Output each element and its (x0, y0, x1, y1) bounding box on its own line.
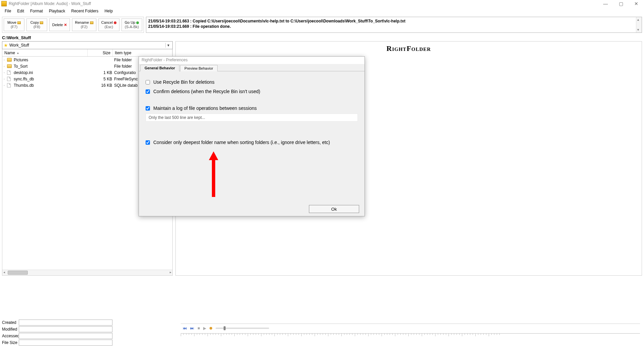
col-type[interactable]: Item type (113, 49, 172, 56)
checkbox-confirm-deletions[interactable] (146, 89, 150, 94)
preferences-dialog: RightFolder - Preferences General Behavi… (139, 56, 365, 216)
move-button[interactable]: Move (F7) (4, 18, 24, 31)
next-track-button[interactable]: ⏭ (190, 326, 194, 331)
accessed-field[interactable] (19, 333, 112, 339)
volume-icon (210, 327, 212, 330)
folder-icon (90, 21, 93, 24)
horizontal-scrollbar[interactable] (2, 270, 172, 275)
up-icon (136, 21, 139, 24)
menu-bar: File Edit Format Playback Recent Folders… (0, 7, 644, 15)
checkbox-maintain-log[interactable] (146, 106, 150, 111)
created-label: Created (2, 320, 19, 325)
timeline-ruler[interactable] (181, 333, 640, 338)
goup-button[interactable]: Go Up (S-A-Bk) (122, 18, 142, 31)
folder-combo[interactable]: ★ Work_Stuff ▾ (2, 41, 173, 49)
folder-icon (7, 58, 12, 62)
maximize-button[interactable]: ▢ (613, 0, 629, 7)
tab-general-behavior[interactable]: General Behavior (140, 65, 179, 71)
menu-format[interactable]: Format (27, 8, 46, 14)
brand-label: RightFolder (387, 44, 431, 53)
folder-icon (40, 21, 43, 24)
toolbar: Move (F7) Copy (F8) Delete✕ Rename (F2) … (2, 17, 144, 33)
column-headers: Name▲ Size Item type (2, 49, 173, 57)
folder-icon (7, 64, 12, 68)
tab-preview-behavior[interactable]: Preview Behavior (180, 65, 218, 71)
col-size[interactable]: Size (88, 49, 113, 56)
file-icon (7, 83, 11, 87)
expand-icon: ▫ (4, 77, 7, 81)
modified-field[interactable] (19, 326, 112, 332)
expand-icon: ▫ (4, 65, 7, 68)
log-line: 21/05/14-19:03:21.669 : File operation d… (148, 24, 640, 29)
modified-label: Modified (2, 327, 19, 332)
minimize-button[interactable]: — (598, 0, 613, 7)
prev-track-button[interactable]: ⏮ (183, 326, 187, 331)
created-field[interactable] (19, 320, 112, 326)
current-path: C:\Work_Stuff (0, 34, 644, 41)
app-icon (1, 1, 7, 6)
volume-slider[interactable] (216, 328, 269, 329)
cancel-button[interactable]: Cancel (Esc) (98, 18, 119, 31)
star-icon: ★ (4, 43, 8, 48)
accessed-label: Accessed (2, 334, 19, 338)
checkbox-recycle-bin[interactable] (146, 80, 150, 84)
label-deepest-folder: Consider only deepest folder name when s… (153, 140, 330, 145)
title-bar: RightFolder [Album Mode: Audio] - Work_S… (0, 0, 644, 7)
expand-icon: ▫ (4, 58, 7, 62)
label-confirm-deletions: Confirm deletions (when the Recycle Bin … (153, 89, 260, 94)
chevron-down-icon[interactable]: ▾ (165, 43, 171, 48)
label-maintain-log: Maintain a log of file operations betwee… (153, 106, 257, 111)
log-line: 21/05/14-19:03:21.663 : Copied C:\Users\… (148, 18, 640, 24)
checkbox-deepest-folder[interactable] (146, 140, 150, 145)
stop-button[interactable]: ■ (197, 326, 200, 331)
rename-button[interactable]: Rename (F2) (72, 18, 96, 31)
play-button[interactable]: ▶ (203, 326, 206, 331)
file-icon (7, 70, 11, 75)
log-limit-note: Only the last 500 line are kept... (146, 114, 358, 122)
folder-icon (17, 21, 21, 24)
log-scrollbar[interactable] (636, 17, 642, 32)
x-icon: ✕ (64, 23, 67, 27)
copy-button[interactable]: Copy (F8) (26, 18, 47, 31)
delete-button[interactable]: Delete✕ (49, 18, 70, 31)
dialog-title: RightFolder - Preferences (139, 57, 365, 64)
log-panel: 21/05/14-19:03:21.663 : Copied C:\Users\… (146, 17, 642, 33)
label-recycle-bin: Use Recycle Bin for deletions (153, 79, 215, 85)
file-icon (7, 77, 11, 81)
expand-icon: ▫ (4, 71, 7, 74)
filesize-field[interactable] (19, 340, 112, 346)
ok-button[interactable]: Ok (309, 205, 359, 213)
menu-file[interactable]: File (2, 8, 14, 14)
col-name[interactable]: Name▲ (2, 49, 88, 56)
sort-asc-icon: ▲ (16, 51, 19, 55)
expand-icon: ▫ (4, 84, 7, 87)
menu-playback[interactable]: Playback (46, 8, 68, 14)
media-bar: ⏮ ⏭ ■ ▶ (181, 324, 640, 340)
menu-edit[interactable]: Edit (14, 8, 27, 14)
menu-recent-folders[interactable]: Recent Folders (69, 8, 101, 14)
window-title: RightFolder [Album Mode: Audio] - Work_S… (9, 1, 91, 6)
properties-panel: Created Modified Accessed File Size (2, 320, 112, 346)
menu-help[interactable]: Help (102, 8, 115, 14)
filesize-label: File Size (2, 340, 19, 345)
close-button[interactable]: ✕ (629, 0, 644, 7)
stop-icon (114, 21, 116, 24)
